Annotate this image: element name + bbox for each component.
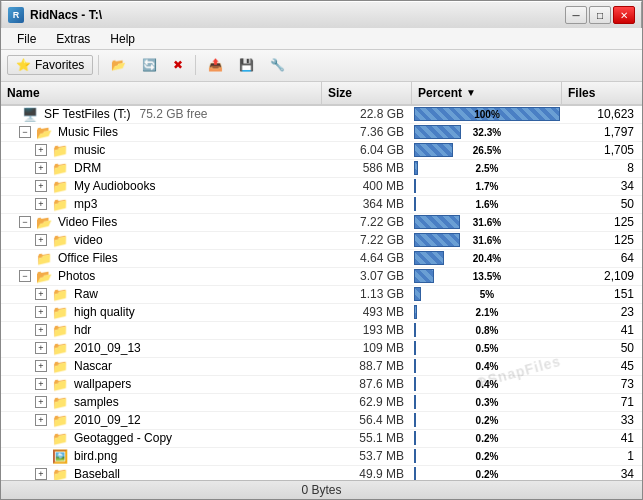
table-row[interactable]: +📁samples62.9 MB0.3%71 [1, 394, 642, 412]
cell-percent: 0.4% [412, 376, 562, 393]
row-name-text: Video Files [58, 215, 117, 229]
folder-icon: 📁 [52, 377, 68, 392]
percent-bar-label: 0.4% [414, 359, 560, 373]
restore-button[interactable]: □ [589, 6, 611, 24]
expand-button[interactable]: + [35, 360, 47, 372]
cell-files: 151 [562, 286, 642, 303]
close-button[interactable]: ✕ [613, 6, 635, 24]
folder-icon: 📁 [52, 431, 68, 446]
table-row[interactable]: +📁wallpapers87.6 MB0.4%73 [1, 376, 642, 394]
open-folder-button[interactable]: 📂 [104, 55, 133, 75]
row-name-text: Office Files [58, 251, 118, 265]
expand-button[interactable]: + [35, 198, 47, 210]
cell-size: 49.9 MB [322, 466, 412, 480]
row-name-text: mp3 [74, 197, 97, 211]
table-row[interactable]: +📁Raw1.13 GB5%151 [1, 286, 642, 304]
percent-bar-label: 0.2% [414, 467, 560, 480]
expand-button[interactable]: + [35, 180, 47, 192]
save-button[interactable]: 💾 [232, 55, 261, 75]
percent-bar-container: 31.6% [414, 215, 560, 229]
percent-bar-label: 1.7% [414, 179, 560, 193]
table-row[interactable]: 📁Office Files4.64 GB20.4%64 [1, 250, 642, 268]
cell-name: +📁2010_09_12 [1, 412, 322, 429]
folder-icon: 📁 [52, 467, 68, 480]
table-row[interactable]: +📁My Audiobooks400 MB1.7%34 [1, 178, 642, 196]
expand-button[interactable]: − [19, 216, 31, 228]
expand-button[interactable]: + [35, 162, 47, 174]
table-row[interactable]: +📁music6.04 GB26.5%1,705 [1, 142, 642, 160]
table-row[interactable]: 📁Geotagged - Copy55.1 MB0.2%41 [1, 430, 642, 448]
expand-button[interactable]: + [35, 144, 47, 156]
table-row[interactable]: +📁Baseball49.9 MB0.2%34 [1, 466, 642, 480]
expand-button[interactable]: + [35, 288, 47, 300]
expand-button[interactable]: − [19, 126, 31, 138]
expand-button[interactable]: + [35, 414, 47, 426]
cell-files: 71 [562, 394, 642, 411]
table-row[interactable]: −📂Photos3.07 GB13.5%2,109 [1, 268, 642, 286]
cell-files: 64 [562, 250, 642, 267]
table-row[interactable]: +📁video7.22 GB31.6%125 [1, 232, 642, 250]
table-row[interactable]: +📁2010_09_1256.4 MB0.2%33 [1, 412, 642, 430]
cell-percent: 0.2% [412, 448, 562, 465]
cell-percent: 2.5% [412, 160, 562, 177]
minimize-button[interactable]: ─ [565, 6, 587, 24]
table-row[interactable]: −📂Music Files7.36 GB32.3%1,797 [1, 124, 642, 142]
cell-name: −📂Video Files [1, 214, 322, 231]
settings-button[interactable]: 🔧 [263, 55, 292, 75]
cell-files: 125 [562, 214, 642, 231]
status-bar: 0 Bytes [1, 480, 642, 499]
col-header-size[interactable]: Size [322, 82, 412, 104]
cell-name: +📁high quality [1, 304, 322, 321]
table-row[interactable]: +📁hdr193 MB0.8%41 [1, 322, 642, 340]
cell-size: 56.4 MB [322, 412, 412, 429]
cell-name: +📁wallpapers [1, 376, 322, 393]
percent-bar-label: 26.5% [414, 143, 560, 157]
cell-size: 55.1 MB [322, 430, 412, 447]
table-row[interactable]: +📁mp3364 MB1.6%50 [1, 196, 642, 214]
expand-button[interactable]: + [35, 306, 47, 318]
cell-size: 6.04 GB [322, 142, 412, 159]
cell-percent: 32.3% [412, 124, 562, 141]
expand-button[interactable]: + [35, 342, 47, 354]
table-row[interactable]: −📂Video Files7.22 GB31.6%125 [1, 214, 642, 232]
refresh-button[interactable]: 🔄 [135, 55, 164, 75]
table-row[interactable]: 🖥️SF TestFiles (T:)75.2 GB free22.8 GB10… [1, 106, 642, 124]
percent-bar-label: 0.2% [414, 449, 560, 463]
table-row[interactable]: +📁high quality493 MB2.1%23 [1, 304, 642, 322]
col-header-name[interactable]: Name [1, 82, 322, 104]
table-row[interactable]: +📁Nascar88.7 MB0.4%45 [1, 358, 642, 376]
stop-button[interactable]: ✖ [166, 55, 190, 75]
folder-icon: 📁 [52, 197, 68, 212]
expand-button[interactable]: − [19, 270, 31, 282]
favorites-button[interactable]: ⭐ Favorites [7, 55, 93, 75]
cell-files: 34 [562, 178, 642, 195]
table-row[interactable]: +📁2010_09_13109 MB0.5%50 [1, 340, 642, 358]
menu-file[interactable]: File [9, 30, 44, 48]
cell-files: 10,623 [562, 106, 642, 123]
expand-button[interactable]: + [35, 468, 47, 480]
row-name-text: My Audiobooks [74, 179, 155, 193]
menu-help[interactable]: Help [102, 30, 143, 48]
cell-name: +📁Nascar [1, 358, 322, 375]
cell-percent: 0.2% [412, 412, 562, 429]
nav-left-button[interactable]: 📤 [201, 55, 230, 75]
table-row[interactable]: 🖼️bird.png53.7 MB0.2%1 [1, 448, 642, 466]
col-header-percent[interactable]: Percent ▼ [412, 82, 562, 104]
col-header-files[interactable]: Files [562, 82, 642, 104]
percent-bar-container: 0.4% [414, 359, 560, 373]
expand-button[interactable]: + [35, 324, 47, 336]
table-row[interactable]: +📁DRM586 MB2.5%8 [1, 160, 642, 178]
percent-bar-container: 32.3% [414, 125, 560, 139]
stop-icon: ✖ [173, 58, 183, 72]
menu-extras[interactable]: Extras [48, 30, 98, 48]
folder-open-icon: 📂 [36, 125, 52, 140]
percent-bar-container: 0.2% [414, 413, 560, 427]
expand-button[interactable]: + [35, 396, 47, 408]
expand-button[interactable]: + [35, 234, 47, 246]
cell-percent: 0.8% [412, 322, 562, 339]
row-name-text: video [74, 233, 103, 247]
cell-size: 109 MB [322, 340, 412, 357]
expand-button[interactable]: + [35, 378, 47, 390]
cell-size: 493 MB [322, 304, 412, 321]
toolbar-separator-1 [98, 55, 99, 75]
